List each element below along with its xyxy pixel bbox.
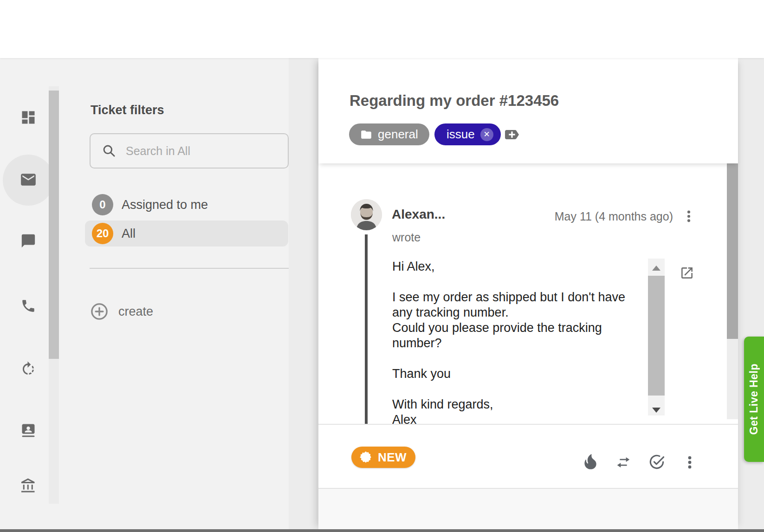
get-live-help-label: Get Live Help [748, 363, 760, 435]
transfer-arrows-icon [615, 454, 632, 471]
ticket-title: Regarding my order #123456 [350, 92, 559, 110]
remove-tag-icon[interactable]: ✕ [480, 128, 493, 141]
more-options-button[interactable] [680, 453, 699, 472]
message-line: Hi Alex, [392, 259, 652, 274]
nav-organization[interactable] [15, 473, 41, 499]
message-line [392, 382, 652, 397]
count-badge: 20 [92, 223, 113, 244]
dashboard-icon [20, 109, 37, 126]
contact-card-icon [20, 422, 37, 439]
message-line: With kind regards, [392, 397, 652, 412]
count-badge: 0 [92, 194, 113, 215]
left-panel [0, 58, 289, 532]
sender-name[interactable]: Alexan... [392, 207, 445, 222]
message-body: Hi Alex, I see my order as shipped but I… [392, 259, 652, 424]
message-line: Thank you [392, 366, 652, 382]
nav-chats[interactable] [15, 228, 41, 254]
message-line: Alex [392, 412, 652, 424]
nav-contacts[interactable] [15, 417, 41, 443]
panel-scrollbar[interactable] [49, 86, 59, 504]
search-input[interactable] [125, 144, 275, 158]
ticket-search[interactable] [90, 133, 289, 169]
sender-avatar[interactable] [351, 199, 382, 230]
status-new-button[interactable]: NEW [351, 447, 415, 468]
open-in-new-icon[interactable] [680, 266, 694, 280]
nav-automation[interactable] [15, 356, 41, 382]
window-bottom-edge [0, 529, 764, 532]
helpdesk-app: To solve 20 A [0, 0, 764, 532]
message-timestamp: May 11 (4 months ago) [534, 210, 673, 223]
flame-icon [582, 453, 599, 471]
add-tag-button[interactable] [503, 125, 521, 144]
ticket-scrollbar[interactable] [727, 163, 738, 419]
message-line: any tracking number. [392, 305, 652, 320]
bank-icon [20, 478, 37, 494]
nav-dashboard[interactable] [15, 104, 41, 130]
tag-label: general [378, 127, 418, 142]
nav-calls[interactable] [15, 293, 41, 319]
tag-issue[interactable]: issue ✕ [434, 123, 501, 145]
loop-icon [20, 361, 37, 377]
message-line: Could you please provide the tracking [392, 320, 652, 336]
filter-item-assigned-to-me[interactable]: 0 Assigned to me [85, 192, 288, 218]
more-vert-icon [682, 454, 698, 470]
resolve-button[interactable] [647, 453, 666, 471]
tag-general[interactable]: general [349, 123, 429, 145]
get-live-help-tab[interactable]: Get Live Help [744, 337, 764, 462]
panel-scrollbar-thumb[interactable] [49, 91, 59, 359]
flame-button[interactable] [581, 453, 600, 471]
check-circle-icon [648, 453, 666, 471]
top-bar [0, 0, 764, 58]
transfer-button[interactable] [614, 453, 633, 472]
filter-label: Assigned to me [122, 198, 208, 212]
message-line [392, 351, 652, 366]
create-filter-button[interactable]: create [90, 299, 210, 324]
filters-title: Ticket filters [91, 103, 164, 117]
message-scrollbar-thumb[interactable] [648, 276, 665, 396]
tag-label: issue [447, 127, 475, 142]
scroll-up-arrow[interactable] [652, 266, 660, 271]
mail-icon [19, 171, 37, 188]
scroll-down-arrow[interactable] [652, 408, 660, 413]
phone-icon [20, 298, 36, 314]
search-icon [102, 143, 117, 158]
panel-footer [318, 489, 738, 530]
divider [90, 268, 289, 269]
plus-circle-icon [90, 302, 109, 321]
ticket-scrollbar-thumb[interactable] [727, 163, 738, 339]
status-new-label: NEW [378, 450, 407, 465]
message-line: number? [392, 336, 652, 351]
message-scrollbar[interactable] [648, 259, 665, 415]
message-timeline-bar [365, 234, 368, 424]
nav-tickets[interactable] [15, 167, 41, 193]
filter-item-all[interactable]: 20 All [85, 221, 288, 247]
message-line: I see my order as shipped but I don't ha… [392, 290, 652, 305]
badge-seal-icon [359, 451, 372, 464]
filter-label: All [122, 227, 136, 241]
create-label: create [118, 305, 153, 319]
message-options-button[interactable] [681, 209, 696, 225]
wrote-label: wrote [392, 231, 421, 244]
message-line [392, 274, 652, 290]
chat-icon [20, 233, 36, 249]
ticket-header [318, 58, 738, 163]
folder-icon [360, 129, 372, 141]
